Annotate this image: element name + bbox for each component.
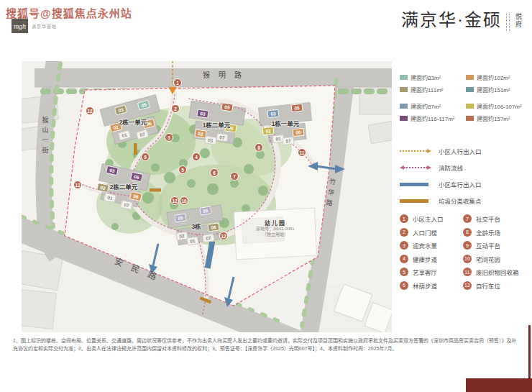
dotted-line-icon [404,167,427,168]
building-label: 3栋 [191,222,201,230]
poi-item: 4健康步道 [400,255,463,263]
area-legend-label: 建面约106-107m² [477,102,522,110]
unit-chip: 01 [204,135,216,145]
poi-label: 宅间花园 [476,255,500,263]
route-legend-label: 垃圾分类收集点 [439,196,482,205]
area-legend-item: 建面约116-117m² [400,115,466,122]
area-swatch-icon [466,104,474,109]
building-label: 1栋一单元 [272,119,300,127]
arrow-right-icon [427,149,431,153]
poi-label: 迎宾水景 [413,241,437,250]
unit-chip: 01 [104,193,116,203]
unit-chip: 05 [221,102,233,111]
poi-item: 3迎宾水景 [400,241,463,250]
route-legend-item: 小区车行出入口 [400,181,531,188]
poi-number-badge: 6 [400,281,408,290]
road-label-west: 猴山一街 [41,117,50,157]
area-legend-label: 建面约116-117m² [411,114,455,122]
seal-line [509,14,510,31]
route-bar-icon [400,199,428,203]
poi-number-badge: 3 [400,241,408,250]
map-marker: 10 [180,196,188,205]
area-swatch-icon [400,87,408,92]
poi-number-badge: 10 [463,255,472,263]
route-symbol-icon [400,149,431,153]
project-subtitle: 悦府 [514,13,523,29]
corner-accent-bar [466,378,532,392]
project-title: 满京华·金硕 [401,10,502,31]
poi-number-badge: 8 [463,228,472,237]
poi-number-badge: 1 [400,214,408,223]
unit-chip: 07 [136,129,149,140]
unit-chip: 03 [267,109,279,119]
poi-number-badge: 2 [400,228,408,237]
area-swatch-icon [400,116,408,121]
route-symbol-icon [400,183,431,186]
area-swatch-icon [466,116,474,121]
project-brand: 满京华·金硕 悦府 [401,10,523,31]
kindergarten-label: 幼儿园 宗地号：A641-0051 （独立用地） [256,219,294,238]
map-marker: 9 [141,152,150,161]
unit-chip: 07 [216,132,228,142]
area-legend-label: 建面约111m² [411,86,444,94]
map-marker: 11 [298,148,306,157]
map-marker: 12 [73,181,82,189]
map-marker: 4 [192,152,201,161]
building-label: 2栋一单元 [119,117,147,126]
route-bar-icon [400,183,428,186]
kindergarten-note: （独立用地） [256,232,294,238]
unit-chip: 05 [199,206,211,215]
map-marker: 5 [178,165,187,174]
area-legend-item: 建面约87m² [400,103,466,109]
unit-chip: 03 [106,165,119,176]
area-legend-label: 建面约102m² [477,73,510,81]
poi-item: 2入口门楼 [400,228,463,237]
poi-item: 9互动平台 [463,241,531,250]
building-label: 2栋二单元 [110,182,138,191]
poi-label: 林荫步道 [413,281,437,290]
poi-label: 健康步道 [413,255,437,263]
unit-chip: 07 [120,200,133,210]
unit-chip: 06 [292,128,304,137]
legend-panel: 建面约83m²建面约102m²建面约111m²建面约151m² 建面约87m²建… [400,74,531,290]
area-legend-item: 建面约111m² [400,86,466,93]
poi-label: 艺享客厅 [413,268,437,276]
unit-chip: 07 [282,137,294,146]
area-swatch-icon [466,87,474,92]
poi-number-badge: 4 [400,255,408,263]
disclaimer-text: 1、图上标识的楼栋、空间布局、位置关系、交通道路、周边状况等仅供参考，不作为出卖… [13,337,519,353]
map-marker: 8 [254,143,263,152]
corner-accent-line [528,325,531,378]
route-symbol-icon [400,199,431,203]
unit-chip: 05 [137,100,150,111]
unit-chip: 05 [130,172,143,182]
site-plan-map: 猴明路 猴山一街 竹华路 安民路 幼儿园 宗地号：A641-0051 （独立用地… [22,61,392,332]
poi-legend: 1小区主入口7社交平台2入口门楼8全龄乐场3迎宾水景9互动平台4健康步道10宅间… [400,214,531,290]
unit-chip: 03 [114,105,127,116]
area-legend-item: 建面约83m² [400,74,466,81]
area-legend-label: 建面约83m² [411,73,441,81]
route-legend-item: 垃圾分类收集点 [400,197,531,204]
poi-label: 自行车位 [476,281,500,290]
poi-item: 10宅间花园 [463,255,531,263]
route-symbol-icon [400,165,431,170]
area-legend-group-2: 建面约87m²建面约106-107m²建面约116-117m²建面约157m² [400,103,531,122]
building-label: 1栋二单元 [203,120,231,129]
area-swatch-icon [466,75,474,80]
brand-seal-lines [506,14,510,31]
area-legend-item: 建面约102m² [466,74,531,81]
area-swatch-icon [400,75,408,80]
poi-item: 1小区主入口 [400,214,463,223]
route-legend-label: 消防流线 [439,163,463,172]
map-marker: 7 [230,172,239,181]
poi-label: 小区主入口 [413,214,444,223]
unit-chip: 01 [186,236,198,245]
area-legend-group-1: 建面约83m²建面约102m²建面约111m²建面约151m² [400,74,531,93]
unit-chip: 06 [207,222,219,232]
poi-label: 社交平台 [476,214,500,223]
area-legend-label: 建面约87m² [411,102,441,110]
poi-label: 废旧织物回收箱 [476,268,519,276]
unit-chip: 05 [174,213,186,222]
unit-chip: 05 [290,104,303,113]
poi-label: 全龄乐场 [476,228,500,237]
